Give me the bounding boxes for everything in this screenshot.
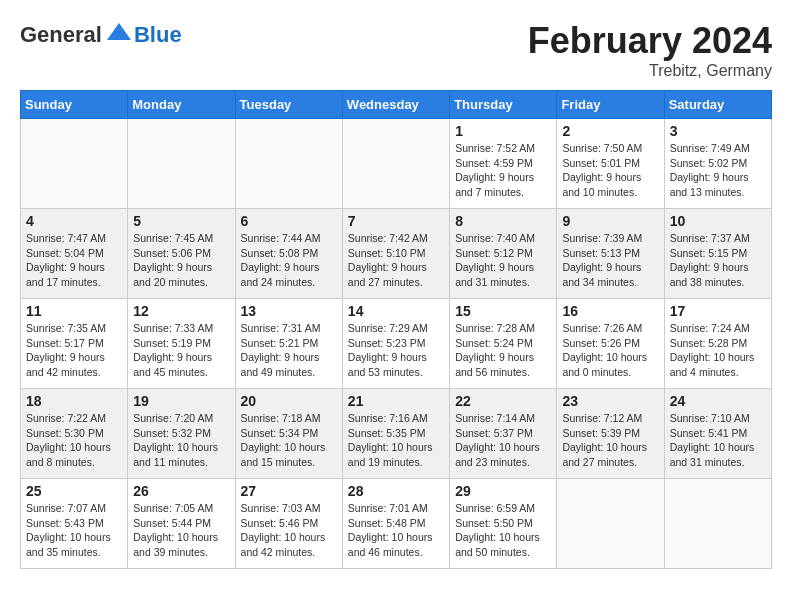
day-info: Sunrise: 7:44 AM Sunset: 5:08 PM Dayligh…: [241, 231, 337, 290]
calendar-cell: 27Sunrise: 7:03 AM Sunset: 5:46 PM Dayli…: [235, 479, 342, 569]
day-info: Sunrise: 7:31 AM Sunset: 5:21 PM Dayligh…: [241, 321, 337, 380]
calendar-cell: 25Sunrise: 7:07 AM Sunset: 5:43 PM Dayli…: [21, 479, 128, 569]
calendar-cell: 28Sunrise: 7:01 AM Sunset: 5:48 PM Dayli…: [342, 479, 449, 569]
calendar-cell: 17Sunrise: 7:24 AM Sunset: 5:28 PM Dayli…: [664, 299, 771, 389]
day-info: Sunrise: 7:52 AM Sunset: 4:59 PM Dayligh…: [455, 141, 551, 200]
calendar-week-row: 4Sunrise: 7:47 AM Sunset: 5:04 PM Daylig…: [21, 209, 772, 299]
day-number: 12: [133, 303, 229, 319]
day-number: 24: [670, 393, 766, 409]
day-number: 25: [26, 483, 122, 499]
logo: General Blue: [20, 20, 182, 50]
day-info: Sunrise: 7:22 AM Sunset: 5:30 PM Dayligh…: [26, 411, 122, 470]
month-title: February 2024: [528, 20, 772, 62]
day-number: 14: [348, 303, 444, 319]
day-info: Sunrise: 7:33 AM Sunset: 5:19 PM Dayligh…: [133, 321, 229, 380]
calendar-cell: 21Sunrise: 7:16 AM Sunset: 5:35 PM Dayli…: [342, 389, 449, 479]
day-info: Sunrise: 7:14 AM Sunset: 5:37 PM Dayligh…: [455, 411, 551, 470]
day-number: 10: [670, 213, 766, 229]
day-number: 9: [562, 213, 658, 229]
day-number: 8: [455, 213, 551, 229]
calendar-cell: 15Sunrise: 7:28 AM Sunset: 5:24 PM Dayli…: [450, 299, 557, 389]
day-number: 2: [562, 123, 658, 139]
svg-marker-0: [107, 23, 131, 40]
calendar-cell: 29Sunrise: 6:59 AM Sunset: 5:50 PM Dayli…: [450, 479, 557, 569]
day-info: Sunrise: 7:01 AM Sunset: 5:48 PM Dayligh…: [348, 501, 444, 560]
calendar-cell: 10Sunrise: 7:37 AM Sunset: 5:15 PM Dayli…: [664, 209, 771, 299]
day-info: Sunrise: 7:47 AM Sunset: 5:04 PM Dayligh…: [26, 231, 122, 290]
logo-general-text: General: [20, 22, 102, 48]
calendar-cell: 22Sunrise: 7:14 AM Sunset: 5:37 PM Dayli…: [450, 389, 557, 479]
day-info: Sunrise: 7:12 AM Sunset: 5:39 PM Dayligh…: [562, 411, 658, 470]
calendar-cell: 2Sunrise: 7:50 AM Sunset: 5:01 PM Daylig…: [557, 119, 664, 209]
logo-blue-text: Blue: [134, 22, 182, 48]
day-info: Sunrise: 7:10 AM Sunset: 5:41 PM Dayligh…: [670, 411, 766, 470]
day-info: Sunrise: 7:07 AM Sunset: 5:43 PM Dayligh…: [26, 501, 122, 560]
calendar-cell: 23Sunrise: 7:12 AM Sunset: 5:39 PM Dayli…: [557, 389, 664, 479]
calendar-cell: [342, 119, 449, 209]
calendar-table: SundayMondayTuesdayWednesdayThursdayFrid…: [20, 90, 772, 569]
day-info: Sunrise: 7:49 AM Sunset: 5:02 PM Dayligh…: [670, 141, 766, 200]
calendar-cell: 1Sunrise: 7:52 AM Sunset: 4:59 PM Daylig…: [450, 119, 557, 209]
logo-icon: [104, 20, 134, 50]
day-info: Sunrise: 7:18 AM Sunset: 5:34 PM Dayligh…: [241, 411, 337, 470]
day-number: 27: [241, 483, 337, 499]
calendar-cell: 26Sunrise: 7:05 AM Sunset: 5:44 PM Dayli…: [128, 479, 235, 569]
calendar-week-row: 1Sunrise: 7:52 AM Sunset: 4:59 PM Daylig…: [21, 119, 772, 209]
calendar-cell: 20Sunrise: 7:18 AM Sunset: 5:34 PM Dayli…: [235, 389, 342, 479]
day-info: Sunrise: 7:42 AM Sunset: 5:10 PM Dayligh…: [348, 231, 444, 290]
calendar-cell: 13Sunrise: 7:31 AM Sunset: 5:21 PM Dayli…: [235, 299, 342, 389]
location-subtitle: Trebitz, Germany: [528, 62, 772, 80]
calendar-cell: 16Sunrise: 7:26 AM Sunset: 5:26 PM Dayli…: [557, 299, 664, 389]
weekday-header-thursday: Thursday: [450, 91, 557, 119]
day-number: 17: [670, 303, 766, 319]
day-info: Sunrise: 7:28 AM Sunset: 5:24 PM Dayligh…: [455, 321, 551, 380]
day-number: 21: [348, 393, 444, 409]
day-info: Sunrise: 7:16 AM Sunset: 5:35 PM Dayligh…: [348, 411, 444, 470]
day-info: Sunrise: 7:35 AM Sunset: 5:17 PM Dayligh…: [26, 321, 122, 380]
calendar-cell: [557, 479, 664, 569]
calendar-cell: 14Sunrise: 7:29 AM Sunset: 5:23 PM Dayli…: [342, 299, 449, 389]
day-number: 18: [26, 393, 122, 409]
calendar-cell: 11Sunrise: 7:35 AM Sunset: 5:17 PM Dayli…: [21, 299, 128, 389]
day-info: Sunrise: 7:29 AM Sunset: 5:23 PM Dayligh…: [348, 321, 444, 380]
day-number: 11: [26, 303, 122, 319]
day-number: 7: [348, 213, 444, 229]
day-number: 19: [133, 393, 229, 409]
day-info: Sunrise: 7:45 AM Sunset: 5:06 PM Dayligh…: [133, 231, 229, 290]
day-info: Sunrise: 7:03 AM Sunset: 5:46 PM Dayligh…: [241, 501, 337, 560]
calendar-cell: [21, 119, 128, 209]
calendar-week-row: 18Sunrise: 7:22 AM Sunset: 5:30 PM Dayli…: [21, 389, 772, 479]
calendar-cell: 19Sunrise: 7:20 AM Sunset: 5:32 PM Dayli…: [128, 389, 235, 479]
calendar-cell: [664, 479, 771, 569]
weekday-header-sunday: Sunday: [21, 91, 128, 119]
calendar-cell: [128, 119, 235, 209]
day-number: 15: [455, 303, 551, 319]
day-info: Sunrise: 7:26 AM Sunset: 5:26 PM Dayligh…: [562, 321, 658, 380]
calendar-week-row: 25Sunrise: 7:07 AM Sunset: 5:43 PM Dayli…: [21, 479, 772, 569]
day-number: 28: [348, 483, 444, 499]
day-info: Sunrise: 7:40 AM Sunset: 5:12 PM Dayligh…: [455, 231, 551, 290]
calendar-cell: 8Sunrise: 7:40 AM Sunset: 5:12 PM Daylig…: [450, 209, 557, 299]
calendar-cell: 4Sunrise: 7:47 AM Sunset: 5:04 PM Daylig…: [21, 209, 128, 299]
weekday-header-tuesday: Tuesday: [235, 91, 342, 119]
day-info: Sunrise: 7:39 AM Sunset: 5:13 PM Dayligh…: [562, 231, 658, 290]
day-info: Sunrise: 7:05 AM Sunset: 5:44 PM Dayligh…: [133, 501, 229, 560]
calendar-cell: 12Sunrise: 7:33 AM Sunset: 5:19 PM Dayli…: [128, 299, 235, 389]
calendar-cell: 3Sunrise: 7:49 AM Sunset: 5:02 PM Daylig…: [664, 119, 771, 209]
calendar-cell: [235, 119, 342, 209]
day-number: 26: [133, 483, 229, 499]
calendar-cell: 24Sunrise: 7:10 AM Sunset: 5:41 PM Dayli…: [664, 389, 771, 479]
day-info: Sunrise: 6:59 AM Sunset: 5:50 PM Dayligh…: [455, 501, 551, 560]
day-info: Sunrise: 7:50 AM Sunset: 5:01 PM Dayligh…: [562, 141, 658, 200]
day-number: 16: [562, 303, 658, 319]
calendar-cell: 5Sunrise: 7:45 AM Sunset: 5:06 PM Daylig…: [128, 209, 235, 299]
day-info: Sunrise: 7:20 AM Sunset: 5:32 PM Dayligh…: [133, 411, 229, 470]
calendar-week-row: 11Sunrise: 7:35 AM Sunset: 5:17 PM Dayli…: [21, 299, 772, 389]
day-number: 22: [455, 393, 551, 409]
day-number: 1: [455, 123, 551, 139]
calendar-cell: 9Sunrise: 7:39 AM Sunset: 5:13 PM Daylig…: [557, 209, 664, 299]
day-info: Sunrise: 7:37 AM Sunset: 5:15 PM Dayligh…: [670, 231, 766, 290]
day-number: 23: [562, 393, 658, 409]
calendar-cell: 18Sunrise: 7:22 AM Sunset: 5:30 PM Dayli…: [21, 389, 128, 479]
day-number: 4: [26, 213, 122, 229]
